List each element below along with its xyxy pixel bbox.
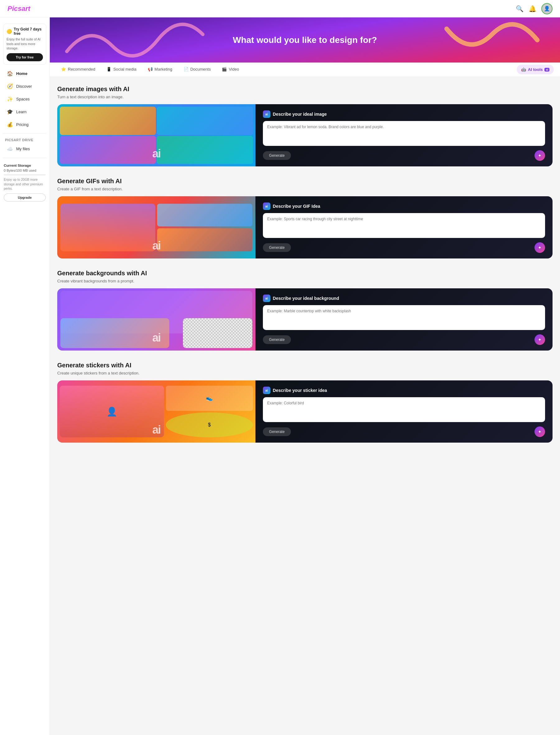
ai-card-right-gifs: ai Describe your GIF Idea Generate ✦ xyxy=(255,196,553,259)
gold-banner: 🟡 Try Gold 7 days free Enjoy the full su… xyxy=(3,24,46,65)
ai-textarea-stickers[interactable] xyxy=(263,397,545,422)
section-stickers: Generate stickers with AI Create unique … xyxy=(50,353,560,442)
generate-backgrounds-button[interactable]: Generate xyxy=(263,335,291,344)
ai-card-backgrounds-preview: ai xyxy=(57,288,255,351)
upgrade-button[interactable]: Upgrade xyxy=(4,194,46,202)
sidebar: 🟡 Try Gold 7 days free Enjoy the full su… xyxy=(0,17,50,735)
ai-card-footer-gifs: Generate ✦ xyxy=(263,242,545,253)
ai-textarea-gifs[interactable] xyxy=(263,213,545,238)
ai-logo-images: ai xyxy=(263,110,270,118)
section-backgrounds-subtitle: Create vibrant backgrounds from a prompt… xyxy=(57,279,553,283)
main-content: What would you like to design for? ⭐ Rec… xyxy=(50,17,560,457)
generate-images-button[interactable]: Generate xyxy=(263,151,291,160)
notifications-button[interactable]: 🔔 xyxy=(529,5,536,12)
tab-marketing-icon: 📢 xyxy=(148,67,153,72)
expand-icon: ✦ xyxy=(538,153,542,158)
ai-logo-gifs: ai xyxy=(263,203,270,210)
logo: Picsart xyxy=(7,5,516,13)
tab-marketing[interactable]: 📢 Marketing xyxy=(143,63,177,77)
sidebar-divider xyxy=(3,133,46,134)
sidebar-item-myfiles[interactable]: ☁️ My files xyxy=(2,143,48,155)
ai-text-overlay-images: ai xyxy=(152,147,160,160)
tab-recommended-icon: ⭐ xyxy=(61,67,66,72)
sidebar-item-learn[interactable]: 🎓 Learn xyxy=(2,106,48,118)
avatar-icon: 👤 xyxy=(544,6,550,12)
tab-ai-icon: 🤖 xyxy=(521,67,526,72)
storage-title: Current Storage xyxy=(4,164,46,167)
storage-used: 0 Bytes/100 MB used xyxy=(4,169,46,172)
section-stickers-subtitle: Create unique stickers from a text descr… xyxy=(57,371,553,375)
sidebar-item-home[interactable]: 🏠 Home xyxy=(2,68,48,80)
learn-icon: 🎓 xyxy=(7,109,13,115)
ai-textarea-images[interactable] xyxy=(263,121,545,146)
ai-card-stickers-preview: 👤 👟 $ ai xyxy=(57,380,255,442)
tab-documents[interactable]: 📄 Documents xyxy=(179,63,216,77)
sidebar-item-pricing[interactable]: 💰 Pricing xyxy=(2,119,48,131)
section-gifs-subtitle: Create a GIF from a text description. xyxy=(57,187,553,191)
try-free-button[interactable]: Try for free xyxy=(7,53,43,61)
gold-banner-title: 🟡 Try Gold 7 days free xyxy=(7,27,43,36)
ai-card-label-gifs: Describe your GIF Idea xyxy=(273,204,320,209)
generate-stickers-button[interactable]: Generate xyxy=(263,427,291,436)
ai-expand-gifs-button[interactable]: ✦ xyxy=(534,242,545,253)
top-nav: Picsart 🔍 🔔 👤 xyxy=(0,0,560,17)
ai-card-header-gifs: ai Describe your GIF Idea xyxy=(263,203,545,210)
ai-card-header-stickers: ai Describe your sticker idea xyxy=(263,386,545,394)
ai-card-right-backgrounds: ai Describe your ideal background Genera… xyxy=(255,288,553,351)
ai-card-right-stickers: ai Describe your sticker idea Generate ✦ xyxy=(255,380,553,442)
ai-card-header-images: ai Describe your ideal image xyxy=(263,110,545,118)
sidebar-item-discover[interactable]: 🧭 Discover xyxy=(2,80,48,92)
ai-textarea-backgrounds[interactable] xyxy=(263,305,545,330)
search-icon: 🔍 xyxy=(516,5,524,12)
gold-banner-subtitle: Enjoy the full suite of AI tools and ton… xyxy=(7,37,43,51)
ai-card-header-backgrounds: ai Describe your ideal background xyxy=(263,295,545,302)
ai-text-overlay-gifs: ai xyxy=(152,239,160,252)
hero-title: What would you like to design for? xyxy=(233,35,377,45)
ai-card-footer-stickers: Generate ✦ xyxy=(263,426,545,437)
home-icon: 🏠 xyxy=(7,71,13,77)
ai-logo-backgrounds: ai xyxy=(263,295,270,302)
sidebar-divider-2 xyxy=(3,158,46,158)
ai-expand-stickers-button[interactable]: ✦ xyxy=(534,426,545,437)
gold-icon: 🟡 xyxy=(7,29,12,34)
nav-icons: 🔍 🔔 👤 xyxy=(516,3,553,14)
ai-card-label-backgrounds: Describe your ideal background xyxy=(273,296,339,301)
ai-card-footer-backgrounds: Generate ✦ xyxy=(263,335,545,345)
ai-card-stickers: 👤 👟 $ ai ai Describe your sticker idea xyxy=(57,380,553,442)
ai-card-footer-images: Generate ✦ xyxy=(263,150,545,161)
section-gifs: Generate GIFs with AI Create a GIF from … xyxy=(50,169,560,259)
bell-icon: 🔔 xyxy=(529,5,536,12)
storage-desc: Enjoy up to 20GB more storage and other … xyxy=(4,177,46,191)
expand-icon-gifs: ✦ xyxy=(538,245,542,250)
section-backgrounds-title: Generate backgrounds with AI xyxy=(57,270,553,277)
sidebar-item-spaces[interactable]: ✨ Spaces xyxy=(2,93,48,105)
ai-logo-stickers: ai xyxy=(263,386,270,394)
avatar-button[interactable]: 👤 xyxy=(541,3,553,14)
picsart-drive-label: Picsart Drive xyxy=(0,136,49,143)
ai-card-gifs-preview: ai xyxy=(57,196,255,259)
tab-video[interactable]: 🎬 Video xyxy=(217,63,244,77)
tabs-container: ⭐ Recommended 📱 Social media 📢 Marketing… xyxy=(50,63,560,77)
search-button[interactable]: 🔍 xyxy=(516,5,524,12)
ai-expand-backgrounds-button[interactable]: ✦ xyxy=(534,335,545,345)
tab-recommended[interactable]: ⭐ Recommended xyxy=(56,63,100,77)
generate-gifs-button[interactable]: Generate xyxy=(263,243,291,252)
tab-ai-tools[interactable]: 🤖 AI tools ai xyxy=(517,65,554,74)
expand-icon-backgrounds: ✦ xyxy=(538,337,542,342)
section-gifs-title: Generate GIFs with AI xyxy=(57,178,553,185)
app-body: 🟡 Try Gold 7 days free Enjoy the full su… xyxy=(0,17,560,457)
ai-card-label-images: Describe your ideal image xyxy=(273,112,327,117)
ai-expand-images-button[interactable]: ✦ xyxy=(534,150,545,161)
tab-social-icon: 📱 xyxy=(106,67,111,72)
section-images-subtitle: Turn a text description into an image. xyxy=(57,95,553,99)
tab-video-icon: 🎬 xyxy=(222,67,227,72)
pricing-icon: 💰 xyxy=(7,122,13,128)
tab-documents-icon: 📄 xyxy=(184,67,189,72)
ai-badge: ai xyxy=(544,68,549,72)
discover-icon: 🧭 xyxy=(7,83,13,89)
section-stickers-title: Generate stickers with AI xyxy=(57,362,553,369)
section-backgrounds: Generate backgrounds with AI Create vibr… xyxy=(50,261,560,351)
ai-text-overlay-backgrounds: ai xyxy=(152,331,160,344)
tab-social-media[interactable]: 📱 Social media xyxy=(101,63,141,77)
ai-card-gifs: ai ai Describe your GIF Idea Generate ✦ xyxy=(57,196,553,259)
